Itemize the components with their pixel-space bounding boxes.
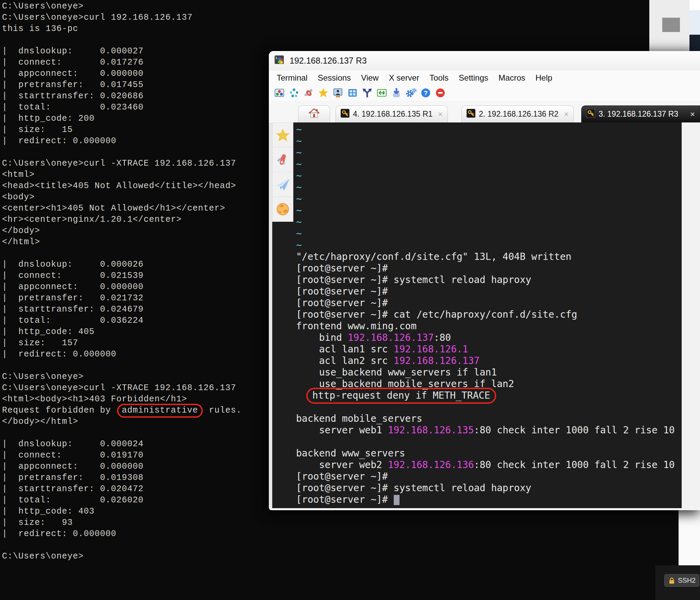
stop-exit-icon[interactable] — [435, 87, 446, 99]
annotation-oval-administrative: administrative — [117, 404, 203, 418]
background-window-sliver-dark — [689, 35, 700, 52]
toolbar: ? — [269, 85, 700, 101]
settings-gears-icon[interactable] — [405, 87, 417, 99]
tab-close-icon[interactable]: × — [564, 110, 569, 118]
tab-label: 3. 192.168.126.137 R3 — [599, 110, 678, 119]
menu-tools[interactable]: Tools — [424, 73, 454, 83]
key-icon — [467, 109, 475, 120]
cmd-terminal-text: C:\Users\oneye> C:\Users\oneye>curl 192.… — [2, 1, 242, 562]
resize-fit-icon[interactable] — [376, 87, 388, 99]
background-window-right-strip — [679, 510, 700, 565]
menu-terminal[interactable]: Terminal — [272, 73, 313, 83]
sidebar-star-button[interactable] — [272, 122, 293, 147]
background-status-area: SSH2 — [655, 565, 700, 600]
menu-macros[interactable]: Macros — [493, 73, 531, 83]
ssh2-label: SSH2 — [678, 577, 696, 584]
window-left-border — [269, 122, 272, 508]
menu-sessions[interactable]: Sessions — [313, 73, 356, 83]
sidebar-globe-button[interactable] — [272, 197, 293, 222]
mobaxterm-window[interactable]: 192.168.126.137 R3 Terminal Sessions Vie… — [269, 51, 700, 510]
quick-tools-sidebar — [272, 122, 293, 222]
sidebar-swiss-knife-button[interactable] — [272, 147, 293, 172]
title-bar[interactable]: 192.168.126.137 R3 — [269, 51, 700, 70]
svg-text:?: ? — [424, 89, 428, 97]
network-servers-icon[interactable] — [288, 87, 300, 99]
window-title: 192.168.126.137 R3 — [290, 56, 367, 66]
download-icon[interactable] — [391, 87, 402, 99]
tab-label: 4. 192.168.126.135 R1 — [353, 110, 433, 119]
terminal-scrollbar[interactable] — [682, 122, 700, 508]
tab-session-r2[interactable]: 2. 192.168.126.136 R2 × — [461, 105, 574, 122]
tab-close-icon[interactable]: × — [690, 110, 695, 118]
terminal-content-area: ~ ~ ~ ~ ~ ~ ~ ~ ~ ~ ~ "/etc/haproxy/conf… — [269, 122, 700, 508]
mobaxterm-logo-icon — [274, 54, 285, 67]
background-scrollbar-thumb[interactable] — [662, 18, 680, 32]
remote-monitor-icon[interactable] — [332, 87, 344, 99]
favorites-star-icon[interactable] — [318, 87, 329, 99]
ssh2-status-badge: SSH2 — [664, 574, 699, 587]
annotation-oval-meth-trace: http-request deny if METH_TRACE — [306, 388, 496, 404]
menu-help[interactable]: Help — [530, 73, 557, 83]
background-window-sliver-blue — [689, 10, 700, 35]
ssh-terminal-text: ~ ~ ~ ~ ~ ~ ~ ~ ~ ~ ~ "/etc/haproxy/conf… — [296, 124, 675, 505]
lock-icon — [668, 577, 675, 584]
branch-tunnel-icon[interactable] — [361, 87, 373, 99]
tab-label: 2. 192.168.126.136 R2 — [479, 110, 558, 119]
tab-home[interactable] — [298, 105, 330, 122]
menu-bar: Terminal Sessions View X server Tools Se… — [269, 70, 700, 85]
home-icon — [309, 108, 320, 121]
help-icon[interactable]: ? — [420, 87, 432, 99]
tab-session-r3-active[interactable]: 3. 192.168.126.137 R3 × — [581, 105, 700, 122]
split-view-icon[interactable] — [347, 87, 358, 99]
menu-settings[interactable]: Settings — [454, 73, 493, 83]
menu-x-server[interactable]: X server — [384, 73, 424, 83]
terminal-cursor — [394, 495, 400, 505]
tab-session-r1[interactable]: 4. 192.168.126.135 R1 × — [336, 105, 448, 122]
session-manager-icon[interactable] — [274, 87, 285, 99]
tools-knife-icon[interactable] — [303, 87, 314, 99]
sidebar-paper-plane-button[interactable] — [272, 172, 293, 197]
tab-bar: 4. 192.168.126.135 R1 × 2. 192.168.126.1… — [269, 101, 700, 122]
key-icon — [586, 109, 595, 120]
key-icon — [341, 109, 349, 120]
tab-close-icon[interactable]: × — [438, 110, 443, 118]
menu-view[interactable]: View — [356, 73, 384, 83]
